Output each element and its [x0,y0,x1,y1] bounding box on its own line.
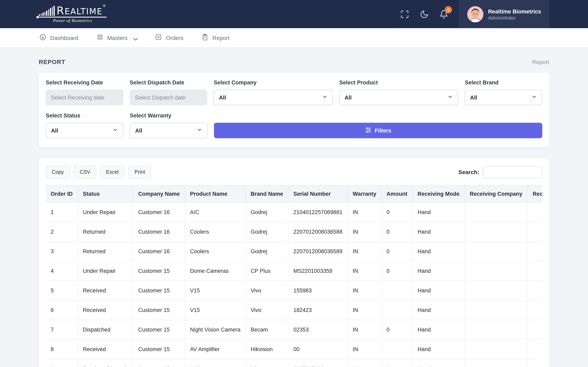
table-cell: 3 [46,242,78,261]
table-cell: 2207012008036589 [288,242,347,261]
table-cell: 2207025498 [288,359,347,367]
csv-button[interactable]: CSV [73,166,96,179]
table-cell [465,359,527,367]
table-cell: Dome Cameras [185,261,246,281]
table-cell: 02353 [288,320,347,340]
chevron-down-icon [322,94,328,101]
table-cell: 4 [46,261,78,281]
table-cell: IN [347,222,381,242]
table-cell [465,222,527,242]
user-avatar [467,6,484,22]
table-cell [527,261,542,281]
select-dropdown[interactable]: All [214,90,333,105]
table-cell: Customer 15 [133,320,185,340]
table-cell: Godrej [246,202,288,222]
table-cell: IN [347,261,381,281]
nav-item-label: Dashboard [50,34,78,41]
table-cell: AV Amplifier [185,340,246,359]
column-header[interactable]: Company Name [133,185,185,202]
table-cell: 0 [381,242,412,261]
filters-button[interactable]: Filters [214,123,542,138]
select-dropdown[interactable]: All [130,123,208,138]
table-cell: Vivo [246,300,288,320]
date-input[interactable] [46,90,123,105]
select-dropdown[interactable]: All [46,123,123,138]
table-row: 8ReceivedCustomer 15AV AmplifierHikvisio… [46,340,542,359]
nav-item-orders[interactable]: Orders [155,33,183,42]
table-cell: Vivo [246,281,288,300]
table-cell: A/C [185,202,246,222]
sliders-icon [365,127,371,134]
select-dropdown[interactable]: All [465,90,542,105]
filter-label: Select Warranty [130,113,208,119]
table-cell [381,300,412,320]
print-button[interactable]: Print [129,166,151,179]
table-cell: Coolers [185,222,246,242]
gauge-icon [39,33,47,42]
table-scroll-area[interactable]: Order IDStatusCompany NameProduct NameBr… [46,185,542,367]
table-cell: 8 [46,340,78,359]
column-header[interactable]: Receiving Mode [412,185,465,202]
column-header[interactable]: Receiving Date [527,185,542,202]
table-cell: CP Plus [246,261,288,281]
table-cell: 6 [46,300,78,320]
fullscreen-icon[interactable] [400,9,409,18]
page-title: REPORT [39,58,65,65]
table-cell [527,340,542,359]
table-cell [465,242,527,261]
clipboard-icon [201,33,209,42]
table-row: 6ReceivedCustomer 15V15Vivo182423INHand [46,300,542,320]
column-header[interactable]: Amount [381,185,412,202]
table-row: 9Ready to DispatchCustomer 15M12Mi220702… [46,359,542,367]
column-header[interactable]: Warranty [347,185,381,202]
table-cell: Customer 15 [133,281,185,300]
moon-icon[interactable] [420,9,429,18]
column-header[interactable]: Receiving Company [465,185,527,202]
column-header[interactable]: Brand Name [246,185,288,202]
select-dropdown[interactable]: All [339,90,458,105]
table-cell [465,202,527,222]
table-cell: Mi [246,359,288,367]
table-cell: Godrej [246,222,288,242]
nav-item-dashboard[interactable]: Dashboard [39,33,78,42]
table-cell [381,281,412,300]
user-menu[interactable]: Realtime Biometrics Administrator [459,0,549,28]
filter-field: Select Dispatch Date [130,80,207,105]
table-cell: Returned [78,222,133,242]
breadcrumb[interactable]: Report [532,58,549,65]
table-cell: V15 [185,300,246,320]
filter-field: Select StatusAll [46,113,123,138]
table-cell: 155983 [288,281,347,300]
nav-item-masters[interactable]: Masters [96,33,137,42]
table-cell [465,320,527,340]
nav-item-label: Orders [166,34,183,41]
plus-square-icon [155,33,162,42]
table-cell [465,300,527,320]
nav-item-label: Report [212,34,229,41]
filter-label: Select Company [214,80,333,86]
table-cell: IN [347,359,381,367]
chevron-down-icon [532,94,537,101]
table-cell: Customer 15 [133,300,185,320]
search-input[interactable] [483,166,542,178]
column-header[interactable]: Product Name [185,185,246,202]
table-cell: IN [347,320,381,340]
filter-field: Select Receiving Date [46,80,123,105]
date-input[interactable] [130,90,207,105]
table-cell: Hand [412,340,465,359]
table-cell [465,340,527,359]
filter-label: Select Brand [465,80,542,86]
column-header[interactable]: Order ID [46,185,78,202]
column-header[interactable]: Serial Number [288,185,347,202]
filter-label: Select Product [339,80,458,86]
nav-item-report[interactable]: Report [201,33,229,42]
copy-button[interactable]: Copy [46,166,70,179]
excel-button[interactable]: Excel [100,166,125,179]
filter-label: Select Dispatch Date [130,80,207,86]
bell-icon[interactable]: 0 [439,9,448,18]
table-row: 7DispatchedCustomer 15Night Vision Camer… [46,320,542,340]
table-cell: 0 [381,359,412,367]
table-cell: Hand [412,242,465,261]
column-header[interactable]: Status [78,185,133,202]
grid-dots-icon [96,33,104,42]
